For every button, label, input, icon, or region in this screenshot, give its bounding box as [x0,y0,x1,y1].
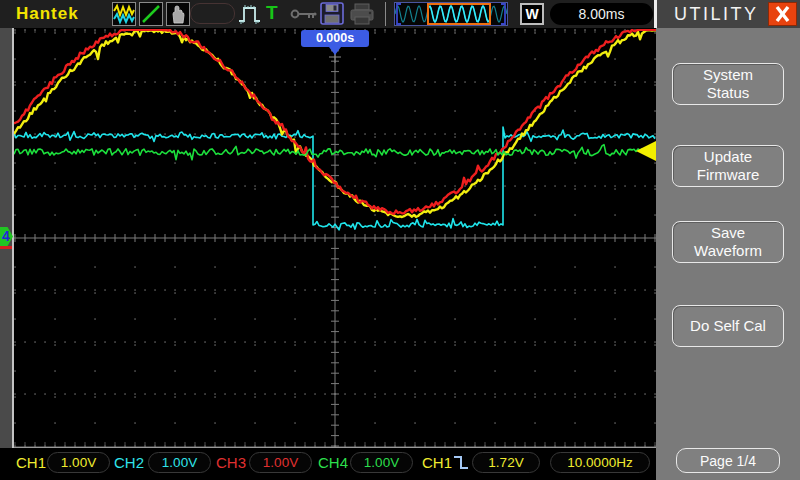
update-firmware-button[interactable]: Update Firmware [672,145,784,187]
close-button[interactable] [768,2,797,26]
channels-waveform-icon[interactable] [112,2,136,26]
oscilloscope-screen: { "top_bar": { "logo": "Hantek", "trigge… [0,0,800,480]
trigger-source-label: CH1 [422,454,452,471]
do-self-cal-button[interactable]: Do Self Cal [672,305,784,347]
status-bar: CH1 1.00V CH2 1.00V CH3 1.00V CH4 1.00V … [0,448,656,480]
trigger-time-pointer-icon [329,47,341,55]
toolbar-divider [385,2,386,26]
trigger-level-arrow-icon[interactable] [636,141,656,161]
trigger-frequency-readout: 10.0000Hz [550,452,650,473]
key-lock-icon[interactable] [290,6,318,26]
trigger-level-readout: 1.72V [472,452,540,473]
pulse-trigger-icon[interactable] [237,2,263,30]
print-icon[interactable] [349,3,375,30]
brand-logo: Hantek [16,4,79,24]
menu-sidebar: System Status Update Firmware Save Wavef… [656,28,800,480]
panel-title: UTILITY [674,4,759,25]
trigger-status-indicator: T [266,2,278,24]
system-status-button[interactable]: System Status [672,63,784,105]
ch3-position-marker [0,246,12,249]
ch3-label: CH3 [216,454,246,471]
hand-drag-icon[interactable] [166,2,190,26]
waveform-preview[interactable] [394,2,508,26]
close-icon [769,3,796,25]
preview-waveform-icon [395,3,507,25]
line-draw-icon[interactable] [139,2,163,26]
ch3-scale-readout: 1.00V [249,452,312,473]
timebase-readout: 8.00ms [550,3,653,25]
page-indicator-button[interactable]: Page 1/4 [676,448,780,473]
ch2-scale-readout: 1.00V [148,452,211,473]
window-mode-indicator: W [520,3,544,25]
ch1-scale-readout: 1.00V [47,452,110,473]
save-waveform-button[interactable]: Save Waveform [672,221,784,263]
ch4-scale-readout: 1.00V [350,452,413,473]
ch1-label: CH1 [16,454,46,471]
ch4-label: CH4 [318,454,348,471]
ch2-label: CH2 [114,454,144,471]
trigger-time-cursor[interactable]: 0.000s [301,30,369,47]
readout-placeholder [190,3,235,24]
panel-header: UTILITY [657,0,800,28]
save-icon[interactable] [319,2,345,30]
waveform-plot [14,29,656,448]
trigger-falling-edge-icon [452,452,470,476]
toolbar: Hantek T [0,0,656,28]
